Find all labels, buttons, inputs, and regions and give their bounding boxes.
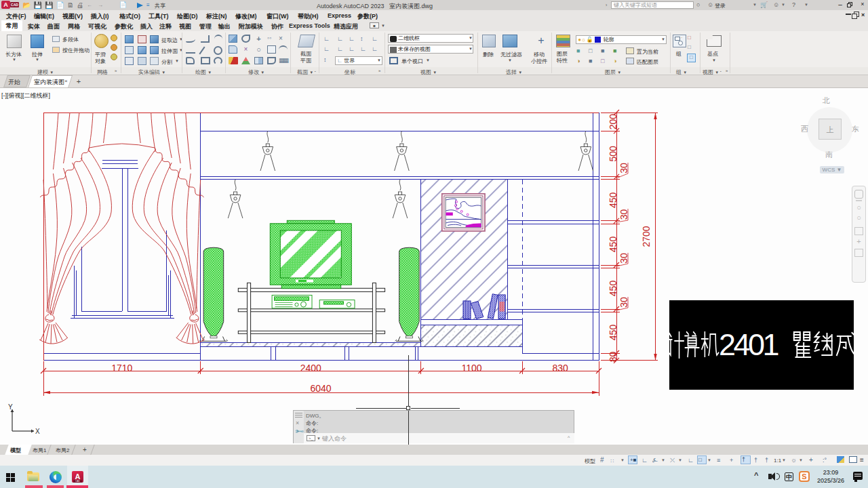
svg-text:1710: 1710 xyxy=(111,363,132,373)
svg-text:X: X xyxy=(35,428,40,435)
svg-text:6040: 6040 xyxy=(310,383,331,394)
svg-text:450: 450 xyxy=(608,237,618,253)
svg-text:450: 450 xyxy=(608,325,618,341)
svg-text:450: 450 xyxy=(608,192,618,209)
svg-text:80: 80 xyxy=(608,352,618,363)
svg-text:200: 200 xyxy=(608,114,618,130)
svg-text:2700: 2700 xyxy=(641,226,652,247)
svg-text:2400: 2400 xyxy=(300,363,321,373)
svg-text:450: 450 xyxy=(608,281,618,297)
svg-text:500: 500 xyxy=(608,146,618,162)
svg-text:1100: 1100 xyxy=(461,363,481,373)
svg-text:830: 830 xyxy=(553,363,569,373)
svg-text:2401: 2401 xyxy=(719,327,778,362)
